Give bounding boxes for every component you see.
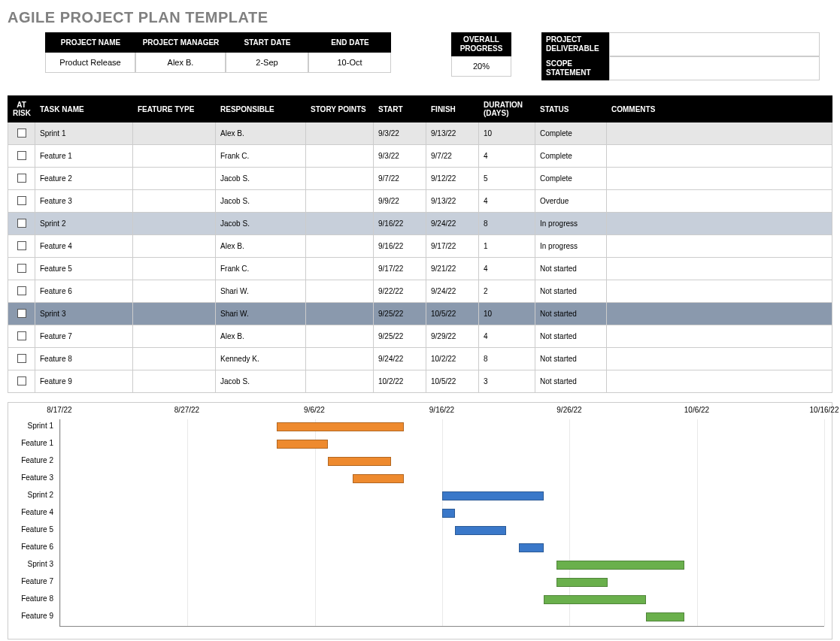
cell-start: 9/3/22 xyxy=(374,122,426,145)
gantt-row-label: Feature 9 xyxy=(8,612,56,620)
gantt-gridline xyxy=(60,419,61,626)
info-value: 2-Sep xyxy=(226,53,308,73)
table-row: Feature 6Shari W.9/22/229/24/222Not star… xyxy=(8,280,832,303)
cell-start: 10/2/22 xyxy=(374,370,426,393)
progress-value: 20% xyxy=(451,56,511,77)
gantt-tick: 9/16/22 xyxy=(429,406,454,414)
cell-name: Feature 5 xyxy=(35,258,133,280)
cell-name: Feature 3 xyxy=(35,190,133,213)
gantt-bar xyxy=(455,526,506,535)
at-risk-checkbox[interactable] xyxy=(17,219,26,228)
cell-story_points xyxy=(306,348,374,370)
gantt-gridline xyxy=(697,419,698,626)
cell-responsible: Jacob S. xyxy=(216,190,306,213)
at-risk-checkbox[interactable] xyxy=(17,331,26,340)
gantt-bar xyxy=(442,509,455,518)
deliverable-scope: PROJECT DELIVERABLE SCOPE STATEMENT xyxy=(541,32,820,80)
deliverable-value[interactable] xyxy=(609,32,820,56)
cell-duration: 1 xyxy=(479,235,535,258)
table-row: Feature 5Frank C.9/17/229/21/224Not star… xyxy=(8,258,832,280)
gantt-bar xyxy=(556,578,608,587)
cell-duration: 4 xyxy=(479,145,535,168)
gantt-row-label: Feature 1 xyxy=(8,439,56,447)
cell-comments xyxy=(607,303,832,325)
at-risk-checkbox[interactable] xyxy=(17,196,26,205)
at-risk-checkbox[interactable] xyxy=(17,151,26,160)
progress-label: OVERALL PROGRESS xyxy=(451,32,511,56)
cell-duration: 4 xyxy=(479,258,535,280)
table-header: AT RISK TASK NAME FEATURE TYPE RESPONSIB… xyxy=(8,96,832,122)
cell-feature_type xyxy=(133,190,216,213)
gantt-bar xyxy=(353,474,404,483)
gantt-row-label: Feature 7 xyxy=(8,577,56,585)
cell-name: Feature 8 xyxy=(35,348,133,370)
info-header: PROJECT NAME xyxy=(45,32,135,53)
table-row: Feature 2Jacob S.9/7/229/12/225Complete xyxy=(8,168,832,190)
cell-status: Not started xyxy=(535,303,607,325)
gantt-gridline xyxy=(187,419,188,626)
info-header: START DATE xyxy=(226,32,308,53)
cell-name: Sprint 1 xyxy=(35,122,133,145)
gantt-tick: 9/6/22 xyxy=(304,406,325,414)
cell-duration: 5 xyxy=(479,168,535,190)
cell-start: 9/9/22 xyxy=(374,190,426,213)
cell-finish: 9/13/22 xyxy=(426,122,479,145)
gantt-gridline xyxy=(824,419,825,626)
at-risk-checkbox[interactable] xyxy=(17,241,26,250)
cell-start: 9/3/22 xyxy=(374,145,426,168)
cell-comments xyxy=(607,213,832,235)
cell-responsible: Alex B. xyxy=(216,122,306,145)
at-risk-checkbox[interactable] xyxy=(17,129,26,138)
cell-status: Not started xyxy=(535,325,607,348)
cell-responsible: Jacob S. xyxy=(216,213,306,235)
at-risk-checkbox[interactable] xyxy=(17,354,26,363)
cell-start: 9/25/22 xyxy=(374,303,426,325)
at-risk-checkbox[interactable] xyxy=(17,264,26,273)
cell-duration: 8 xyxy=(479,348,535,370)
gantt-bar xyxy=(544,595,645,604)
cell-feature_type xyxy=(133,280,216,303)
cell-comments xyxy=(607,190,832,213)
project-info-row: PROJECT NAME Product Release PROJECT MAN… xyxy=(45,32,832,80)
cell-start: 9/16/22 xyxy=(374,213,426,235)
at-risk-checkbox[interactable] xyxy=(17,174,26,183)
gantt-bar xyxy=(519,543,544,552)
gantt-row-label: Feature 8 xyxy=(8,594,56,603)
cell-finish: 9/29/22 xyxy=(426,325,479,348)
gantt-bar xyxy=(646,612,684,621)
cell-duration: 4 xyxy=(479,190,535,213)
cell-story_points xyxy=(306,280,374,303)
table-row: Sprint 3Shari W.9/25/2210/5/2210Not star… xyxy=(8,303,832,325)
cell-feature_type xyxy=(133,348,216,370)
cell-responsible: Jacob S. xyxy=(216,370,306,393)
at-risk-checkbox[interactable] xyxy=(17,376,26,386)
cell-finish: 9/21/22 xyxy=(426,258,479,280)
cell-responsible: Jacob S. xyxy=(216,168,306,190)
info-start-date: START DATE 2-Sep xyxy=(226,32,308,73)
table-row: Feature 1Frank C.9/3/229/7/224Complete xyxy=(8,145,832,168)
at-risk-checkbox[interactable] xyxy=(17,309,26,318)
table-row: Sprint 2Jacob S.9/16/229/24/228In progre… xyxy=(8,213,832,235)
task-table: AT RISK TASK NAME FEATURE TYPE RESPONSIB… xyxy=(8,95,832,393)
cell-comments xyxy=(607,280,832,303)
cell-story_points xyxy=(306,168,374,190)
cell-duration: 8 xyxy=(479,213,535,235)
scope-value[interactable] xyxy=(609,56,820,80)
gantt-gridline xyxy=(442,419,443,626)
cell-finish: 10/5/22 xyxy=(426,370,479,393)
gantt-tick: 9/26/22 xyxy=(556,406,581,414)
cell-feature_type xyxy=(133,370,216,393)
col-duration: DURATION (DAYS) xyxy=(479,96,535,122)
at-risk-checkbox[interactable] xyxy=(17,286,26,295)
cell-name: Feature 1 xyxy=(35,145,133,168)
gantt-row-label: Feature 5 xyxy=(8,525,56,534)
cell-name: Feature 9 xyxy=(35,370,133,393)
cell-finish: 10/2/22 xyxy=(426,348,479,370)
cell-start: 9/25/22 xyxy=(374,325,426,348)
gantt-tick: 8/17/22 xyxy=(47,406,71,414)
cell-comments xyxy=(607,145,832,168)
table-row: Feature 3Jacob S.9/9/229/13/224Overdue xyxy=(8,190,832,213)
cell-comments xyxy=(607,325,832,348)
cell-name: Feature 7 xyxy=(35,325,133,348)
col-status: STATUS xyxy=(535,96,607,122)
